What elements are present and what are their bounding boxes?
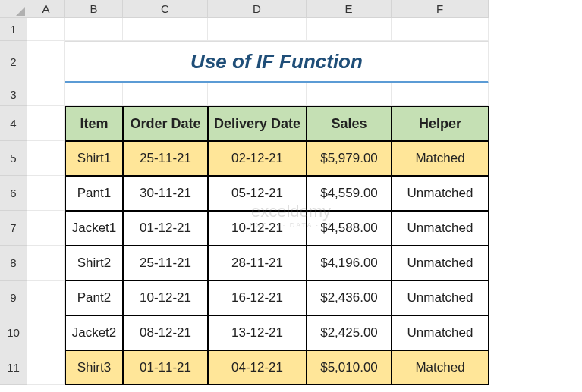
td-item[interactable]: Shirt2 xyxy=(65,246,123,281)
th-order-date[interactable]: Order Date xyxy=(123,106,208,141)
td-delivery[interactable]: 10-12-21 xyxy=(208,211,307,246)
td-delivery[interactable]: 02-12-21 xyxy=(208,141,307,176)
cell-F1[interactable] xyxy=(392,18,489,41)
td-helper[interactable]: Matched xyxy=(392,350,489,385)
td-delivery[interactable]: 28-11-21 xyxy=(208,246,307,281)
td-helper[interactable]: Unmatched xyxy=(392,281,489,315)
td-order[interactable]: 01-12-21 xyxy=(123,211,208,246)
td-delivery[interactable]: 13-12-21 xyxy=(208,315,307,350)
row-header-11[interactable]: 11 xyxy=(0,350,27,385)
row-header-5[interactable]: 5 xyxy=(0,141,27,176)
td-helper[interactable]: Unmatched xyxy=(392,315,489,350)
row-header-3[interactable]: 3 xyxy=(0,83,27,106)
td-delivery[interactable]: 16-12-21 xyxy=(208,281,307,315)
page-title[interactable]: Use of IF Function xyxy=(65,41,489,83)
cell-A3[interactable] xyxy=(27,83,65,106)
cell-B3[interactable] xyxy=(65,83,123,106)
td-sales[interactable]: $4,196.00 xyxy=(307,246,392,281)
col-header-C[interactable]: C xyxy=(123,0,208,18)
spreadsheet-grid: A B C D E F 1 2 Use of IF Function 3 4 I… xyxy=(0,0,582,385)
cell-A11[interactable] xyxy=(27,350,65,385)
td-item[interactable]: Shirt1 xyxy=(65,141,123,176)
td-helper[interactable]: Unmatched xyxy=(392,246,489,281)
cell-E3[interactable] xyxy=(307,83,392,106)
th-delivery-date[interactable]: Delivery Date xyxy=(208,106,307,141)
cell-D3[interactable] xyxy=(208,83,307,106)
th-item[interactable]: Item xyxy=(65,106,123,141)
cell-E1[interactable] xyxy=(307,18,392,41)
cell-A10[interactable] xyxy=(27,315,65,350)
td-sales[interactable]: $5,010.00 xyxy=(307,350,392,385)
td-order[interactable]: 25-11-21 xyxy=(123,141,208,176)
td-order[interactable]: 10-12-21 xyxy=(123,281,208,315)
cell-A8[interactable] xyxy=(27,246,65,281)
row-header-2[interactable]: 2 xyxy=(0,41,27,83)
td-helper[interactable]: Unmatched xyxy=(392,211,489,246)
td-sales[interactable]: $2,425.00 xyxy=(307,315,392,350)
th-helper[interactable]: Helper xyxy=(392,106,489,141)
td-helper[interactable]: Unmatched xyxy=(392,176,489,211)
col-header-D[interactable]: D xyxy=(208,0,307,18)
cell-B1[interactable] xyxy=(65,18,123,41)
td-helper[interactable]: Matched xyxy=(392,141,489,176)
cell-A6[interactable] xyxy=(27,176,65,211)
td-item[interactable]: Pant1 xyxy=(65,176,123,211)
cell-A2[interactable] xyxy=(27,41,65,83)
row-header-1[interactable]: 1 xyxy=(0,18,27,41)
row-header-6[interactable]: 6 xyxy=(0,176,27,211)
row-header-7[interactable]: 7 xyxy=(0,211,27,246)
row-header-8[interactable]: 8 xyxy=(0,246,27,281)
row-header-10[interactable]: 10 xyxy=(0,315,27,350)
td-order[interactable]: 30-11-21 xyxy=(123,176,208,211)
cell-A1[interactable] xyxy=(27,18,65,41)
td-delivery[interactable]: 04-12-21 xyxy=(208,350,307,385)
td-sales[interactable]: $5,979.00 xyxy=(307,141,392,176)
col-header-B[interactable]: B xyxy=(65,0,123,18)
cell-F3[interactable] xyxy=(392,83,489,106)
td-item[interactable]: Jacket2 xyxy=(65,315,123,350)
col-header-F[interactable]: F xyxy=(392,0,489,18)
td-sales[interactable]: $4,588.00 xyxy=(307,211,392,246)
cell-A7[interactable] xyxy=(27,211,65,246)
th-sales[interactable]: Sales xyxy=(307,106,392,141)
td-order[interactable]: 25-11-21 xyxy=(123,246,208,281)
cell-A9[interactable] xyxy=(27,281,65,315)
td-item[interactable]: Jacket1 xyxy=(65,211,123,246)
td-item[interactable]: Pant2 xyxy=(65,281,123,315)
td-order[interactable]: 08-12-21 xyxy=(123,315,208,350)
cell-C1[interactable] xyxy=(123,18,208,41)
col-header-E[interactable]: E xyxy=(307,0,392,18)
td-order[interactable]: 01-11-21 xyxy=(123,350,208,385)
cell-A4[interactable] xyxy=(27,106,65,141)
select-all-corner[interactable] xyxy=(0,0,27,18)
cell-D1[interactable] xyxy=(208,18,307,41)
td-item[interactable]: Shirt3 xyxy=(65,350,123,385)
td-delivery[interactable]: 05-12-21 xyxy=(208,176,307,211)
row-header-4[interactable]: 4 xyxy=(0,106,27,141)
row-header-9[interactable]: 9 xyxy=(0,281,27,315)
td-sales[interactable]: $4,559.00 xyxy=(307,176,392,211)
cell-A5[interactable] xyxy=(27,141,65,176)
td-sales[interactable]: $2,436.00 xyxy=(307,281,392,315)
col-header-A[interactable]: A xyxy=(27,0,65,18)
cell-C3[interactable] xyxy=(123,83,208,106)
